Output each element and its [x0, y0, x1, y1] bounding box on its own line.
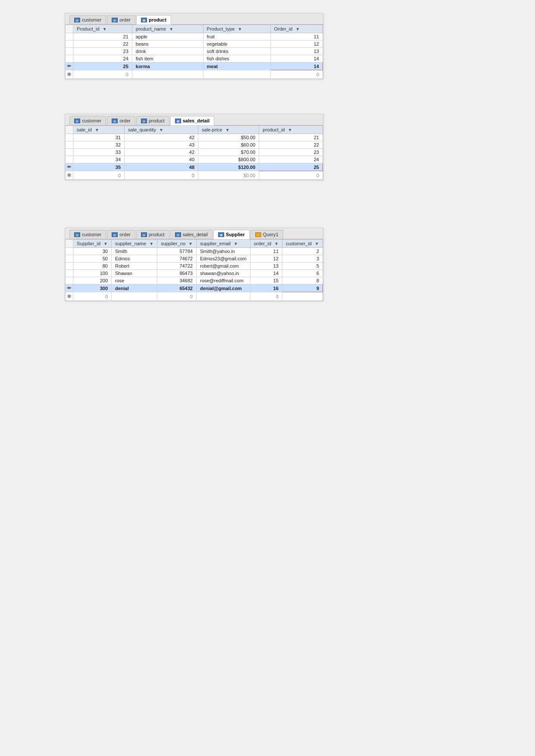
col-supplier-no: supplier_no ▼	[157, 240, 197, 248]
table-icon: ⊞	[74, 232, 80, 237]
cell-order-id: 11	[270, 33, 322, 41]
sort-order-id[interactable]: ▼	[296, 27, 300, 31]
table-row-active: ✏ 25 korma meat 14	[66, 62, 323, 70]
table-icon: ⊞	[141, 232, 147, 237]
cell-sale-qty: 40	[125, 156, 198, 163]
sort-supplier-name[interactable]: ▼	[149, 241, 153, 246]
tab-label: sales_detail	[183, 118, 210, 123]
table-row-new: ✱ 0 0 0	[66, 292, 323, 301]
sort-supplier-id[interactable]: ▼	[103, 241, 108, 246]
cell-product-id: 22	[259, 141, 323, 149]
row-indicator	[66, 248, 73, 255]
cell-sale-id: 34	[73, 156, 125, 163]
cell-customer-id: 9	[282, 284, 323, 292]
cell-supplier-no: 74672	[157, 255, 197, 262]
cell-supplier-name: Shawan	[112, 270, 157, 277]
cell-supplier-no: 65432	[157, 284, 197, 292]
cell-order-id: 13	[250, 262, 282, 270]
tab-order-2[interactable]: ⊞ order	[107, 116, 135, 125]
sort-product-id[interactable]: ▼	[103, 27, 107, 31]
sort-supplier-email[interactable]: ▼	[234, 241, 238, 246]
cell-customer-id: 3	[282, 255, 323, 262]
tabs-bar-2: ⊞ customer ⊞ order ⊞ product ⊞ sales_det…	[65, 114, 323, 125]
table-row: 32 43 $60.00 22	[66, 141, 323, 149]
row-indicator	[66, 55, 73, 62]
cell-sale-price: $60.00	[198, 141, 259, 149]
cell-customer-id: 6	[282, 270, 323, 277]
table-row: 34 40 $800.00 24	[66, 156, 323, 163]
tab-label: customer	[82, 17, 101, 22]
tab-order-1[interactable]: ⊞ order	[107, 15, 135, 24]
tab-label: order	[119, 118, 131, 123]
table-row: 80 Robert 74722 robert@gmail.com 13 5	[66, 262, 323, 270]
col-supplier-email: supplier_email ▼	[196, 240, 250, 248]
cell-order-id: 16	[250, 284, 282, 292]
sort-sale-id[interactable]: ▼	[95, 128, 99, 132]
row-indicator	[66, 48, 73, 55]
cell-sale-id: 0	[73, 171, 125, 180]
col-customer-id-s: customer_id ▼	[282, 240, 323, 248]
table-row-new: ✱ 0 0	[66, 70, 323, 79]
sort-order-id-s[interactable]: ▼	[274, 241, 278, 246]
col-order-id-s: order_id ▼	[250, 240, 282, 248]
tab-customer-3[interactable]: ⊞ customer	[69, 230, 106, 239]
tab-product-3[interactable]: ⊞ product	[136, 230, 169, 239]
tab-sales-detail-3[interactable]: ⊞ sales_detail	[170, 230, 213, 239]
cell-sale-qty: 0	[125, 171, 198, 180]
tab-order-3[interactable]: ⊞ order	[107, 230, 135, 239]
tab-query1[interactable]: ! Query1	[250, 230, 283, 239]
sort-customer-id-s[interactable]: ▼	[315, 241, 319, 246]
tab-sales-detail[interactable]: ⊞ sales_detail	[170, 116, 214, 125]
tab-product-1[interactable]: ⊞ product	[136, 15, 171, 25]
sales-detail-table: sale_id ▼ sale_quantity ▼ sale-price ▼ p…	[65, 125, 323, 180]
query-icon: !	[255, 232, 261, 237]
table-icon: ⊞	[175, 232, 181, 237]
col-product-type: Product_type ▼	[203, 25, 270, 33]
cell-sale-id: 33	[73, 149, 125, 156]
tab-supplier[interactable]: ⊞ Supplier	[213, 230, 250, 239]
cell-product-id: 21	[259, 134, 323, 141]
row-indicator: ✱	[66, 70, 73, 79]
cell-product-id: 24	[73, 55, 132, 62]
tab-product-2[interactable]: ⊞ product	[136, 116, 169, 125]
cell-supplier-id: 300	[73, 284, 112, 292]
col-product-id: Product_id ▼	[73, 25, 132, 33]
cell-supplier-name: Robert	[112, 262, 157, 270]
cell-customer-id: 8	[282, 277, 323, 284]
tab-label: customer	[82, 118, 101, 123]
cell-product-id: 21	[73, 33, 132, 41]
sort-sale-price[interactable]: ▼	[225, 128, 230, 132]
supplier-table-section: ⊞ customer ⊞ order ⊞ product ⊞ sales_det…	[65, 228, 323, 301]
row-indicator	[66, 149, 73, 156]
table-icon: ⊞	[141, 119, 147, 123]
table-row: 22 beans vegetable 12	[66, 41, 323, 48]
cell-sale-qty: 42	[125, 149, 198, 156]
cell-sale-id: 35	[73, 163, 125, 171]
table-row: 21 apple fruit 11	[66, 33, 323, 41]
cell-product-type	[203, 70, 270, 79]
sort-product-id-2[interactable]: ▼	[288, 128, 292, 132]
tab-customer-1[interactable]: ⊞ customer	[69, 15, 106, 24]
cell-order-id: 12	[270, 41, 322, 48]
cell-sale-qty: 42	[125, 134, 198, 141]
supplier-table: Supplier_id ▼ supplier_name ▼ supplier_n…	[65, 239, 323, 301]
cell-supplier-no: 86473	[157, 270, 197, 277]
cell-supplier-no: 0	[157, 292, 197, 301]
cell-supplier-no: 34682	[157, 277, 197, 284]
sort-sale-quantity[interactable]: ▼	[159, 128, 163, 132]
table-icon: ⊞	[112, 119, 118, 123]
cell-product-name: drink	[132, 48, 203, 55]
sort-product-type[interactable]: ▼	[238, 27, 242, 31]
row-indicator	[66, 262, 73, 270]
cell-supplier-no: 74722	[157, 262, 197, 270]
cell-customer-id: 2	[282, 248, 323, 255]
row-indicator	[66, 277, 73, 284]
cell-customer-id: 5	[282, 262, 323, 270]
tab-customer-2[interactable]: ⊞ customer	[69, 116, 106, 125]
product-table-section: ⊞ customer ⊞ order ⊞ product Product_id …	[65, 13, 323, 79]
sort-supplier-no[interactable]: ▼	[188, 241, 193, 246]
sort-product-name[interactable]: ▼	[169, 27, 173, 31]
col-product-name: product_name ▼	[132, 25, 203, 33]
cell-product-id: 0	[259, 171, 323, 180]
tab-label: sales_detail	[183, 232, 208, 237]
